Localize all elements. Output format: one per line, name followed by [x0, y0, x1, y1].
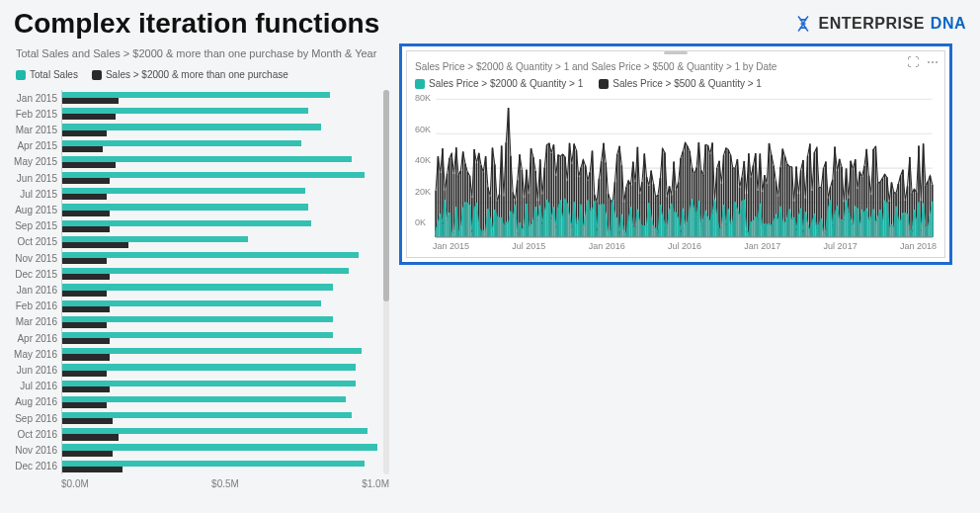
- bar-gt-2000[interactable]: [62, 258, 107, 264]
- bar-y-label: Jul 2016: [14, 379, 61, 394]
- selected-visual-frame[interactable]: ⛶ ⋯ Sales Price > $2000 & Quantity > 1 a…: [399, 43, 952, 265]
- x-tick: Jan 2016: [589, 241, 625, 251]
- x-tick: $1.0M: [280, 478, 389, 489]
- line-chart-title: Sales Price > $2000 & Quantity > 1 and S…: [407, 57, 944, 74]
- bar-y-label: Oct 2016: [14, 426, 61, 442]
- legend-label: Total Sales: [30, 69, 78, 80]
- bar-gt-2000[interactable]: [62, 451, 113, 457]
- bar-y-label: Mar 2016: [14, 314, 61, 330]
- bar-gt-2000[interactable]: [62, 211, 110, 216]
- bar-chart-title: Total Sales and Sales > $2000 & more tha…: [16, 47, 389, 59]
- page-title: Complex iteration functions: [14, 8, 379, 40]
- swatch-icon: [415, 79, 425, 89]
- line-plot-area[interactable]: 80K60K40K20K0K: [407, 93, 944, 241]
- legend-label: Sales Price > $2000 & Quantity > 1: [429, 78, 583, 89]
- swatch-icon: [16, 70, 26, 80]
- bar-total-sales[interactable]: [62, 252, 359, 258]
- bar-row: [62, 186, 377, 202]
- bar-y-label: Feb 2015: [14, 106, 61, 122]
- bar-gt-2000[interactable]: [62, 467, 122, 472]
- y-tick: 60K: [415, 125, 431, 134]
- bar-y-label: Nov 2015: [14, 250, 61, 266]
- bar-row: [62, 122, 377, 137]
- bar-y-label: Jul 2015: [14, 186, 61, 202]
- bar-y-label: Jun 2015: [14, 170, 61, 186]
- x-tick: $0.5M: [171, 478, 281, 489]
- bar-row: [62, 299, 377, 314]
- y-tick: 40K: [415, 155, 431, 165]
- focus-mode-icon[interactable]: ⛶: [907, 55, 919, 69]
- dna-icon: [793, 14, 813, 34]
- more-options-icon[interactable]: ⋯: [927, 55, 939, 69]
- bar-y-label: Jun 2016: [14, 362, 61, 378]
- bar-row: [62, 218, 377, 234]
- bar-y-label: Jan 2016: [14, 282, 61, 298]
- bar-gt-2000[interactable]: [62, 354, 110, 360]
- bar-gt-2000[interactable]: [62, 146, 103, 152]
- y-tick: 0K: [415, 217, 431, 227]
- bar-row: [62, 410, 377, 426]
- line-chart-card[interactable]: ⛶ ⋯ Sales Price > $2000 & Quantity > 1 a…: [406, 50, 945, 258]
- bar-y-label: Aug 2016: [14, 394, 61, 410]
- brand-logo: ENTERPRISE DNA: [793, 14, 966, 34]
- scrollbar[interactable]: [383, 90, 389, 474]
- bar-row: [62, 250, 377, 266]
- bar-gt-2000[interactable]: [62, 178, 110, 184]
- bar-y-label: May 2016: [14, 346, 61, 362]
- legend-label: Sales Price > $500 & Quantity > 1: [612, 78, 762, 89]
- bar-y-label: Dec 2015: [14, 266, 61, 282]
- bar-x-axis: $0.0M $0.5M $1.0M: [61, 474, 389, 489]
- y-tick: 20K: [415, 187, 431, 197]
- bar-row: [62, 379, 377, 394]
- bar-gt-2000[interactable]: [62, 322, 107, 328]
- brand-text-1: ENTERPRISE: [819, 15, 925, 33]
- bar-y-label: Aug 2015: [14, 202, 61, 217]
- bar-gt-2000[interactable]: [62, 98, 119, 104]
- bar-row: [62, 459, 377, 474]
- bar-gt-2000[interactable]: [62, 386, 110, 392]
- bar-y-label: Jan 2015: [14, 90, 61, 106]
- line-chart-legend: Sales Price > $2000 & Quantity > 1 Sales…: [407, 74, 944, 93]
- x-tick: Jan 2017: [744, 241, 780, 251]
- bar-row: [62, 266, 377, 282]
- bar-plot-area[interactable]: [61, 90, 377, 474]
- bar-y-label: Dec 2016: [14, 459, 61, 474]
- bar-gt-2000[interactable]: [62, 402, 107, 408]
- bar-gt-2000[interactable]: [62, 291, 107, 297]
- bar-gt-2000[interactable]: [62, 226, 110, 232]
- bar-gt-2000[interactable]: [62, 418, 113, 424]
- bar-y-label: Apr 2016: [14, 330, 61, 346]
- bar-gt-2000[interactable]: [62, 434, 119, 440]
- legend-total-sales: Total Sales: [16, 69, 78, 80]
- bar-gt-2000[interactable]: [62, 306, 110, 312]
- bar-row: [62, 234, 377, 250]
- bar-gt-2000[interactable]: [62, 130, 107, 136]
- bar-y-label: Mar 2015: [14, 122, 61, 137]
- x-tick: Jan 2015: [433, 241, 469, 251]
- bar-gt-2000[interactable]: [62, 274, 110, 280]
- y-tick: 80K: [415, 93, 431, 103]
- bar-row: [62, 202, 377, 217]
- brand-text-2: DNA: [931, 15, 966, 33]
- bar-y-label: Sep 2016: [14, 410, 61, 426]
- line-x-axis: Jan 2015Jul 2015Jan 2016Jul 2016Jan 2017…: [407, 241, 944, 257]
- bar-y-label: Feb 2016: [14, 299, 61, 314]
- bar-gt-2000[interactable]: [62, 194, 107, 200]
- bar-chart-panel: Total Sales and Sales > $2000 & more tha…: [14, 43, 389, 489]
- bar-row: [62, 106, 377, 122]
- bar-row: [62, 394, 377, 410]
- bar-row: [62, 90, 377, 106]
- bar-y-label: Apr 2015: [14, 138, 61, 154]
- swatch-icon: [599, 79, 609, 89]
- bar-y-labels: Jan 2015Feb 2015Mar 2015Apr 2015May 2015…: [14, 90, 61, 474]
- bar-gt-2000[interactable]: [62, 371, 107, 377]
- line-y-ticks: 80K60K40K20K0K: [415, 93, 431, 227]
- bar-y-label: Nov 2016: [14, 442, 61, 458]
- bar-gt-2000[interactable]: [62, 242, 128, 248]
- x-tick: Jul 2017: [824, 241, 858, 251]
- bar-gt-2000[interactable]: [62, 114, 116, 120]
- bar-gt-2000[interactable]: [62, 162, 116, 168]
- bar-row: [62, 426, 377, 442]
- scrollbar-thumb[interactable]: [383, 90, 389, 301]
- bar-gt-2000[interactable]: [62, 338, 110, 344]
